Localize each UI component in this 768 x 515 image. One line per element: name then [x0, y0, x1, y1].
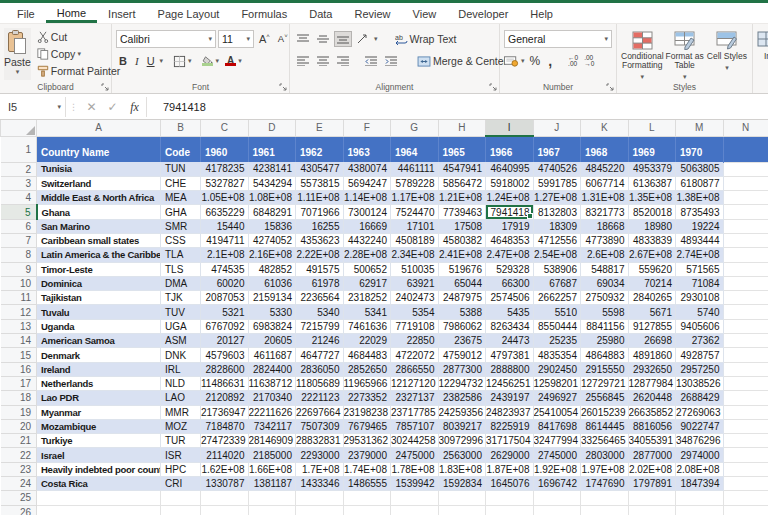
cell[interactable]: [723, 276, 768, 290]
cell[interactable]: [676, 491, 724, 505]
cell[interactable]: 1847394: [676, 477, 724, 491]
cell[interactable]: [723, 391, 768, 405]
cell[interactable]: [343, 491, 391, 505]
cell[interactable]: 4194711: [201, 233, 249, 247]
font-dialog-launcher-icon[interactable]: [279, 83, 287, 91]
cell-country-code[interactable]: TUV: [161, 305, 201, 319]
cell-country-name[interactable]: Mozambique: [37, 419, 161, 433]
cell[interactable]: [723, 348, 768, 362]
insert-function-button[interactable]: fx: [123, 97, 147, 117]
cell[interactable]: 1.92E+08: [533, 462, 581, 476]
cell[interactable]: 17508: [438, 219, 486, 233]
cell[interactable]: 1.08E+08: [248, 191, 296, 205]
align-center-button[interactable]: [314, 53, 332, 69]
cell-country-name[interactable]: Myanmar: [37, 405, 161, 419]
comma-style-button[interactable]: ,: [545, 57, 555, 65]
row-header-20[interactable]: 20: [1, 419, 37, 433]
column-header-A[interactable]: A: [37, 120, 161, 136]
cell[interactable]: 5321: [201, 305, 249, 319]
cell[interactable]: 62917: [343, 276, 391, 290]
cell[interactable]: 8614445: [581, 419, 629, 433]
cell[interactable]: [723, 219, 768, 233]
cell[interactable]: 2120892: [201, 391, 249, 405]
cell[interactable]: 5063805: [676, 162, 724, 176]
cell[interactable]: [391, 505, 439, 515]
cell-country-name[interactable]: Turkiye: [37, 434, 161, 448]
cell[interactable]: 2087053: [201, 291, 249, 305]
cell[interactable]: 19224: [676, 219, 724, 233]
cell[interactable]: 1.31E+08: [581, 191, 629, 205]
cell[interactable]: 6848291: [248, 205, 296, 219]
cell[interactable]: [676, 505, 724, 515]
insert-cells-button[interactable]: In: [757, 28, 768, 61]
cell-country-code[interactable]: CSS: [161, 233, 201, 247]
cell[interactable]: 7986062: [438, 319, 486, 333]
row-header-21[interactable]: 21: [1, 434, 37, 448]
cell[interactable]: 2273352: [343, 391, 391, 405]
cell[interactable]: 2556845: [581, 391, 629, 405]
column-header-I[interactable]: I: [486, 120, 534, 136]
cell[interactable]: 8263434: [486, 319, 534, 333]
font-color-caret-icon[interactable]: ▾: [238, 57, 242, 65]
cell[interactable]: 15440: [201, 219, 249, 233]
cell[interactable]: 27472339: [201, 434, 249, 448]
cell[interactable]: 8225919: [486, 419, 534, 433]
cell[interactable]: 4432240: [343, 233, 391, 247]
cell[interactable]: 5573815: [296, 176, 344, 190]
cell[interactable]: 5856472: [438, 176, 486, 190]
cell-country-code[interactable]: MEA: [161, 191, 201, 205]
cell[interactable]: 2487975: [438, 291, 486, 305]
cell[interactable]: 7507309: [296, 419, 344, 433]
fill-color-button[interactable]: [202, 56, 214, 66]
row-header-25[interactable]: 25: [1, 491, 37, 505]
cell-country-name[interactable]: Denmark: [37, 348, 161, 362]
cell[interactable]: 8520018: [628, 205, 676, 219]
borders-button[interactable]: [173, 55, 186, 68]
row-header-26[interactable]: 26: [1, 505, 37, 515]
cell[interactable]: 2750932: [581, 291, 629, 305]
cell[interactable]: 7719108: [391, 319, 439, 333]
cell[interactable]: 18309: [533, 219, 581, 233]
cell[interactable]: 11486631: [201, 376, 249, 390]
cell[interactable]: 4353623: [296, 233, 344, 247]
cell-country-code[interactable]: CHE: [161, 176, 201, 190]
cell[interactable]: 7215799: [296, 319, 344, 333]
cell[interactable]: 12456251: [486, 376, 534, 390]
accounting-format-button[interactable]: [504, 55, 519, 67]
cell[interactable]: 1.27E+08: [533, 191, 581, 205]
cell[interactable]: 548817: [581, 262, 629, 276]
header-cell[interactable]: Country Name: [37, 136, 161, 162]
cell[interactable]: 2745000: [533, 448, 581, 462]
column-header-D[interactable]: D: [248, 120, 296, 136]
row-header-22[interactable]: 22: [1, 448, 37, 462]
cell[interactable]: 2439197: [486, 391, 534, 405]
cell[interactable]: 5598: [581, 305, 629, 319]
cell-country-name[interactable]: Timor-Leste: [37, 262, 161, 276]
cell-country-code[interactable]: TUN: [161, 162, 201, 176]
cell[interactable]: 8841156: [581, 319, 629, 333]
cell[interactable]: 5435: [486, 305, 534, 319]
header-cell[interactable]: 1966: [486, 136, 534, 162]
selected-cell[interactable]: 7941418: [486, 205, 534, 219]
cell[interactable]: 1645076: [486, 477, 534, 491]
cell[interactable]: 66300: [486, 276, 534, 290]
cell[interactable]: 17919: [486, 219, 534, 233]
tab-file[interactable]: File: [6, 3, 46, 23]
increase-indent-button[interactable]: [382, 53, 400, 69]
cell[interactable]: 12877984: [628, 376, 676, 390]
cell[interactable]: 70214: [628, 276, 676, 290]
decrease-decimal-button[interactable]: .00→0: [582, 55, 596, 67]
header-cell[interactable]: 1968: [581, 136, 629, 162]
cell[interactable]: 2382586: [438, 391, 486, 405]
cell-country-code[interactable]: TUR: [161, 434, 201, 448]
header-cell[interactable]: 1967: [533, 136, 581, 162]
cell-country-name[interactable]: Heavily indebted poor countri: [37, 462, 161, 476]
fill-color-caret-icon[interactable]: ▾: [216, 57, 220, 65]
row-header-5[interactable]: 5: [1, 205, 37, 219]
cell-country-code[interactable]: ASM: [161, 334, 201, 348]
cell[interactable]: 5354: [391, 305, 439, 319]
cell[interactable]: 22697664: [296, 405, 344, 419]
cell[interactable]: [438, 505, 486, 515]
cell[interactable]: [723, 136, 768, 162]
cell[interactable]: [37, 505, 161, 515]
